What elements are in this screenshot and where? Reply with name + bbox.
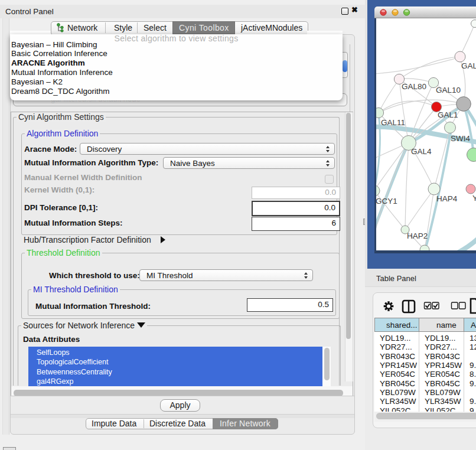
svg-text:GAL1: GAL1 — [438, 110, 458, 119]
svg-text:HAP2: HAP2 — [407, 231, 428, 240]
svg-text:SWI4: SWI4 — [451, 134, 470, 143]
svg-text:GAL80: GAL80 — [402, 82, 426, 91]
svg-text:GAL10: GAL10 — [436, 86, 461, 94]
svg-text:GAL: GAL — [461, 61, 476, 70]
svg-text:HAP4: HAP4 — [436, 194, 458, 203]
svg-text:GAL4: GAL4 — [411, 147, 432, 156]
svg-text:GAL11: GAL11 — [381, 118, 405, 127]
svg-text:GCY1: GCY1 — [376, 197, 397, 206]
svg-text:Y: Y — [472, 194, 476, 203]
